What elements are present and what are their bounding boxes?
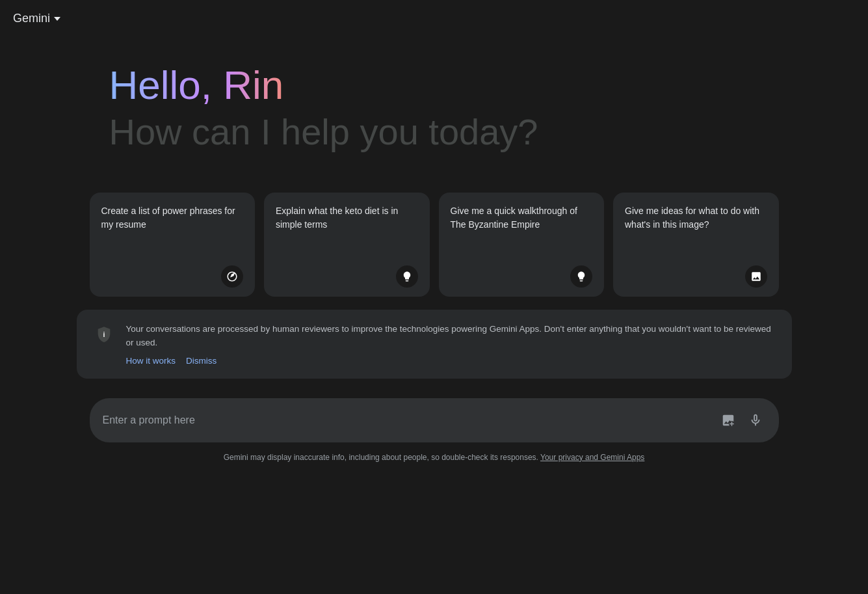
how-it-works-link[interactable]: How it works — [126, 356, 176, 366]
suggestion-card-1[interactable]: Create a list of power phrases for my re… — [90, 193, 256, 297]
hello-text: Hello, — [109, 62, 213, 107]
greeting-section: Hello, Rin How can I help you today? — [83, 63, 785, 154]
card-text-2: Explain what the keto diet is in simple … — [276, 204, 418, 232]
greeting-name: Rin — [223, 62, 283, 107]
app-name-label: Gemini — [13, 12, 50, 25]
shield-icon-wrapper: i — [92, 323, 116, 346]
dismiss-link[interactable]: Dismiss — [186, 356, 217, 366]
info-banner: i Your conversations are processed by hu… — [77, 310, 792, 379]
greeting-line: Hello, Rin — [109, 63, 759, 107]
lightbulb-icon-1 — [396, 265, 418, 288]
main-content: Hello, Rin How can I help you today? Cre… — [0, 37, 868, 462]
info-text: Your conversations are processed by huma… — [126, 323, 776, 349]
input-wrapper — [90, 398, 779, 442]
input-icons — [718, 410, 766, 431]
greeting-subtitle: How can I help you today? — [109, 110, 759, 154]
suggestion-card-4[interactable]: Give me ideas for what to do with what's… — [613, 193, 779, 297]
card-text-3: Give me a quick walkthrough of The Byzan… — [451, 204, 593, 232]
privacy-link[interactable]: Your privacy and Gemini Apps — [540, 453, 644, 462]
footer: Gemini may display inaccurate info, incl… — [211, 453, 658, 462]
card-text-1: Create a list of power phrases for my re… — [101, 204, 244, 232]
footer-text: Gemini may display inaccurate info, incl… — [224, 453, 538, 462]
suggestion-card-2[interactable]: Explain what the keto diet is in simple … — [264, 193, 430, 297]
chevron-down-icon — [54, 17, 60, 21]
prompt-input[interactable] — [103, 414, 710, 426]
lightbulb-icon-2 — [570, 265, 592, 288]
info-actions: How it works Dismiss — [126, 356, 776, 366]
image-icon — [745, 265, 767, 288]
suggestion-cards: Create a list of power phrases for my re… — [77, 193, 792, 297]
input-section — [77, 398, 792, 442]
image-upload-button[interactable] — [718, 410, 739, 431]
suggestion-card-3[interactable]: Give me a quick walkthrough of The Byzan… — [439, 193, 605, 297]
microphone-button[interactable] — [745, 410, 766, 431]
card-text-4: Give me ideas for what to do with what's… — [625, 204, 767, 232]
info-banner-wrapper: i Your conversations are processed by hu… — [0, 297, 868, 379]
shield-icon: i — [95, 325, 113, 344]
compass-icon — [221, 265, 243, 288]
info-content: Your conversations are processed by huma… — [126, 323, 776, 366]
header: Gemini — [0, 0, 868, 37]
svg-text:i: i — [103, 331, 105, 338]
app-title-button[interactable]: Gemini — [13, 12, 60, 25]
